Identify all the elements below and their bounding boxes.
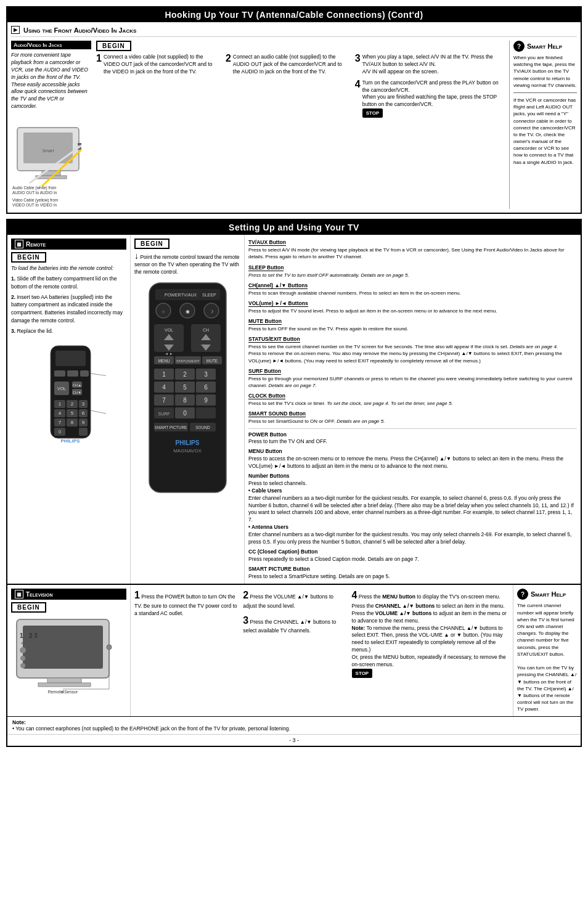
svg-rect-15 (54, 370, 65, 377)
surf-text: Press to go through your memorized SURF … (248, 375, 577, 389)
status-title: STATUS/EXIT Button (248, 336, 300, 343)
svg-rect-110 (47, 678, 81, 683)
tv-icon: ▦ (15, 590, 23, 598)
menu-btn-text: Press to access the on-screen menu or to… (248, 455, 563, 469)
remote-controller-visual: POWER TV/AUX SLEEP ○ ◉ ☽ VOL ◄ ► (134, 280, 240, 502)
tv-step-2-3-col: 2 Press the VOLUME ▲/▼ buttons to adjust… (243, 589, 348, 712)
clock-text: Press to set the TV's clock or timer. To… (248, 400, 577, 407)
tv-step-1-number: 1 (134, 590, 140, 600)
remote-area: ▦ Remote BEGIN To load the batteries int… (7, 235, 581, 584)
tv-diagram-area: Remote Sensor 1 2 3 4 (11, 616, 126, 696)
svg-text:9: 9 (204, 397, 208, 404)
remote-section-header: ▦ Remote (11, 239, 126, 250)
top-title: Hooking Up Your TV (Antenna/Cable Connec… (7, 7, 581, 22)
tv-smart-help-text: The current channel number will appear b… (517, 602, 577, 712)
bottom-title: Setting Up and Using Your TV (7, 220, 581, 235)
svg-text:CH▼: CH▼ (72, 391, 81, 394)
svg-text:VOL: VOL (164, 328, 173, 332)
tv-step-4-number: 4 (352, 590, 357, 600)
tv-step-1: 1 Press the POWER button to turn ON the … (134, 589, 239, 617)
svg-text:9: 9 (81, 420, 84, 425)
svg-text:○: ○ (161, 309, 164, 314)
svg-text:3: 3 (204, 371, 208, 378)
begin-badge-tv: BEGIN (11, 602, 126, 613)
tv-step-1-col: 1 Press the POWER button to turn ON the … (134, 589, 239, 712)
remote-step1-text: Slide off the battery compartment lid on… (11, 275, 116, 290)
begin-badge-center: BEGIN (134, 239, 240, 249)
svg-text:MUTE: MUTE (206, 359, 218, 363)
button-descriptions-col: TV/AUX Button Press to select A/V IN mod… (245, 235, 581, 584)
clock-button-desc: CLOCK Button Press to set the TV's clock… (248, 392, 577, 407)
step-2-number: 2 (226, 54, 231, 63)
mute-text: Press to turn OFF the sound on the TV. P… (248, 325, 577, 332)
remote-left-col: ▦ Remote BEGIN To load the batteries int… (7, 235, 131, 584)
svg-rect-14 (55, 351, 86, 366)
surf-button-desc: SURF Button Press to go through your mem… (248, 367, 577, 389)
tv-smart-help-label: Smart Help (531, 590, 566, 598)
step-2: 2 Connect an audio cable (not supplied) … (226, 54, 350, 209)
av-jacks-box: Audio/Video In Jacks For more convenient… (11, 41, 91, 209)
tvaux-button-desc: TV/AUX Button Press to select A/V IN mod… (248, 239, 577, 260)
television-header: ▦ Television (11, 589, 126, 600)
tv-steps-area: 1 Press the POWER button to turn ON the … (131, 585, 513, 716)
smartpicture-btn-label: SMART PICTURE Button (248, 566, 310, 572)
svg-text:4: 4 (61, 689, 64, 695)
svg-text:SURF: SURF (158, 412, 169, 416)
status-button-desc: STATUS/EXIT Button Press to see the curr… (248, 335, 577, 364)
svg-text:2: 2 (183, 371, 187, 378)
cc-button-desc: CC (Closed Caption) Button Press repeate… (248, 549, 577, 563)
power-btn-label: POWER Button (248, 431, 287, 438)
svg-text:CH: CH (202, 328, 208, 332)
smartpicture-btn-text: Press to select a SmartPicture setting. … (248, 573, 390, 579)
svg-text:6: 6 (204, 384, 208, 391)
svg-point-114 (20, 663, 25, 668)
tv-step-3-text: Press the CHANNEL ▲/▼ buttons to select … (243, 619, 336, 634)
begin-badge-top: BEGIN (96, 41, 504, 51)
svg-text:5: 5 (183, 384, 187, 391)
svg-text:1: 1 (58, 401, 61, 407)
remote-diagram-area: VOL CH▲ CH▼ 1 2 3 4 (11, 340, 126, 463)
svg-text:2 3: 2 3 (29, 632, 38, 639)
smart-help-icon: ? (513, 41, 525, 52)
svg-text:7: 7 (58, 420, 61, 425)
tv-step-1-text: Press the POWER button to turn ON the TV… (134, 594, 237, 616)
svg-line-49 (91, 373, 106, 377)
tv-step-4-text: Press the MENU button to display the TV'… (352, 594, 507, 675)
svg-text:2: 2 (70, 401, 73, 407)
menu-button-desc: MENU Button Press to access the on-scree… (248, 448, 577, 470)
smart-help-divider (513, 92, 577, 93)
svg-text:PHILIPS: PHILIPS (175, 439, 199, 446)
remote-steps-list: 1. Slide off the battery compartment lid… (11, 275, 126, 335)
svg-text:0: 0 (183, 410, 187, 417)
tv-step-4: 4 Press the MENU button to display the T… (352, 589, 509, 678)
number-btn-label: Number Buttons (248, 473, 290, 479)
begin-badge-remote: BEGIN (11, 252, 126, 263)
step-2-text: Connect an audio cable (not supplied) to… (233, 54, 342, 75)
svg-rect-99 (196, 407, 216, 418)
svg-text:Video Cable (yellow) from: Video Cable (yellow) from (12, 198, 58, 203)
step-3-number: 3 (355, 54, 361, 63)
svg-text:1: 1 (162, 371, 166, 378)
av-jacks-text: For more convenient tape playback from a… (11, 52, 91, 110)
smart-help-text1: When you are finished watching the tape,… (513, 54, 577, 89)
remote-icon: ▦ (15, 240, 23, 248)
svg-text:STATUS/EXIT: STATUS/EXIT (176, 359, 200, 363)
svg-text:8: 8 (183, 397, 187, 404)
note-section: Note: • You can connect earphones (not s… (7, 716, 581, 734)
tvaux-text: Press to select A/V IN mode (for viewing… (248, 247, 577, 260)
step-4-text: Turn on the camcorder/VCR and press the … (362, 80, 504, 118)
tv-smart-help: ? Smart Help The current channel number … (513, 585, 581, 716)
channel-text: Press to scan through available channel … (248, 290, 577, 296)
remote-step2-text: Insert two AA batteries (supplied) into … (11, 294, 123, 324)
tv-step-3: 3 Press the CHANNEL ▲/▼ buttons to selec… (243, 614, 348, 635)
tv-left-col: ▦ Television BEGIN (7, 585, 131, 716)
svg-text:6: 6 (81, 410, 84, 416)
stop-badge: STOP (362, 108, 383, 118)
page-number: - 3 - (7, 734, 581, 746)
mute-title: MUTE Button (248, 318, 282, 325)
svg-text:7: 7 (162, 397, 166, 404)
step-3-text: When you play a tape, select A/V IN at t… (362, 54, 504, 76)
mute-button-desc: MUTE Button Press to turn OFF the sound … (248, 317, 577, 332)
section-icon-av: ▶ (11, 26, 20, 34)
smart-help-text2: If the VCR or camcorder has Right and Le… (513, 97, 577, 166)
